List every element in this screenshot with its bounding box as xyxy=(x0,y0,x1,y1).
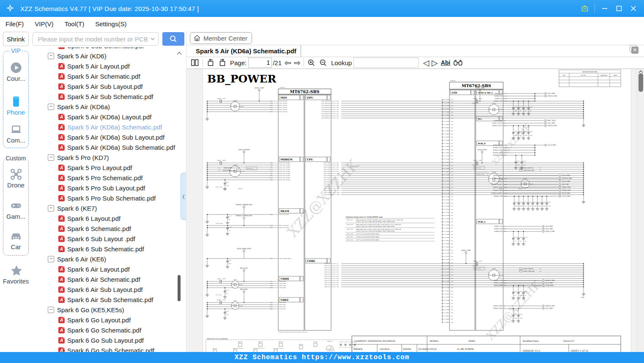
svg-text:R12: R12 xyxy=(270,283,272,284)
tree-file[interactable]: ASpark 5 Air (KD6a) Sub Layout.pdf xyxy=(32,132,186,142)
model-search-input[interactable] xyxy=(37,35,150,43)
tree-file[interactable]: ASpark 5 Air Sub Layout.pdf xyxy=(32,81,186,91)
search-button[interactable] xyxy=(162,32,184,46)
tree-file[interactable]: ASpark 6 Air Sub Schematic.pdf xyxy=(32,294,186,305)
sidebar-item-phone[interactable]: Phone xyxy=(3,95,28,116)
tree-file[interactable]: ASpark 6 Go Schematic.pdf xyxy=(32,325,186,335)
close-tab-icon[interactable]: ✕ xyxy=(631,47,639,54)
tree-file[interactable]: ASpark 5 Pro Sub Schematic.pdf xyxy=(32,193,186,203)
pdf-icon: A xyxy=(58,347,65,352)
sidebar-item-drone[interactable]: Drone xyxy=(3,168,28,189)
tree-scrollbar-thumb[interactable] xyxy=(178,275,181,301)
collapse-panel-handle[interactable]: ❮ xyxy=(181,173,186,220)
svg-text:SH1003: SH1003 xyxy=(258,341,263,343)
tree-file[interactable]: ASpark 6 Air Layout.pdf xyxy=(32,264,186,274)
find-next-icon[interactable]: ▷ xyxy=(432,58,438,68)
tree-file[interactable]: ASpark 5 Air Schematic.pdf xyxy=(32,71,186,81)
tree-file[interactable]: ASpark 5 Air Layout.pdf xyxy=(32,61,186,71)
tree-file[interactable]: ASpark 5 Pro Sub Layout.pdf xyxy=(32,183,186,193)
lookup-input[interactable] xyxy=(354,58,419,68)
tree-file[interactable]: ASpark 5 Sub Schematic.pdf xyxy=(32,47,186,51)
tree-file[interactable]: ASpark 6 Go Sub Layout.pdf xyxy=(32,335,186,345)
tree-group[interactable]: −Spark 5 Pro (KD7) xyxy=(32,152,186,162)
tree-file[interactable]: ASpark 6 Air Sub Layout.pdf xyxy=(32,284,186,294)
zoom-out-icon[interactable] xyxy=(318,58,329,68)
svg-text:A21: A21 xyxy=(447,115,449,116)
tree-file[interactable]: ASpark 5 Pro Layout.pdf xyxy=(32,162,186,173)
sidebar-item-computer[interactable]: Com... xyxy=(3,123,28,144)
tree-group[interactable]: −Spark 5 Air (KD6) xyxy=(32,51,186,61)
pdf-icon: A xyxy=(58,337,65,344)
match-case-button[interactable]: Abi xyxy=(441,59,450,66)
pdf-scrollbar-thumb[interactable] xyxy=(639,73,643,92)
page-number-input[interactable] xyxy=(248,58,272,68)
tree-scroll-up-icon[interactable] xyxy=(177,49,182,57)
svg-text:J14: J14 xyxy=(447,259,449,260)
menu-file[interactable]: File(F) xyxy=(0,17,29,30)
svg-text:VDD2: VDD2 xyxy=(280,298,288,301)
collapse-icon[interactable]: − xyxy=(48,307,54,313)
collapse-icon[interactable]: − xyxy=(48,256,54,262)
tree-file[interactable]: ASpark 5 Pro Schematic.pdf xyxy=(32,173,186,183)
close-button[interactable] xyxy=(626,3,641,14)
tree-file[interactable]: ASpark 5 Air (KD6a) Schematic.pdf xyxy=(32,122,186,132)
pdf-canvas[interactable]: XZZ@XZZHKXZZ@XZZHKXZZ@XZZHKBB_POWERU1001… xyxy=(186,69,644,352)
svg-text:H6XX: H6XX xyxy=(469,340,475,342)
tree-file[interactable]: ASpark 6 Go Sub Schematic.pdf xyxy=(32,345,186,352)
svg-text:VUSB_PMU: VUSB_PMU xyxy=(545,285,554,286)
svg-text:P11: P11 xyxy=(270,107,272,108)
svg-text:DVDD18_MSDC1: DVDD18_MSDC1 xyxy=(491,192,502,194)
svg-text:C1017: C1017 xyxy=(228,216,232,217)
maximize-button[interactable] xyxy=(612,3,626,14)
menu-settings[interactable]: Settings(S) xyxy=(90,17,132,30)
menu-tool[interactable]: Tool(T) xyxy=(59,17,90,30)
chevron-down-icon[interactable] xyxy=(150,36,156,42)
tree-group[interactable]: −Spark 5 Air (KD6a) xyxy=(32,102,186,112)
tree-file[interactable]: ASpark 5 Air Sub Schematic.pdf xyxy=(32,91,186,102)
rotate-left-icon[interactable] xyxy=(206,58,216,68)
svg-text:F6: F6 xyxy=(447,196,449,198)
tree-file[interactable]: ASpark 5 Air (KD6a) Layout.pdf xyxy=(32,112,186,122)
tree-file[interactable]: ASpark 6 Sub Schematic.pdf xyxy=(32,244,186,254)
rotate-right-icon[interactable] xyxy=(217,58,227,68)
minimize-button[interactable] xyxy=(597,3,612,14)
svg-text:DVSS: DVSS xyxy=(451,134,454,135)
svg-text:DVDD_TOP_SRAM: DVDD_TOP_SRAM xyxy=(279,227,289,228)
tree-file[interactable]: ASpark 6 Sub Layout .pdf xyxy=(32,234,186,244)
shrink-button[interactable]: Shrink xyxy=(3,32,29,46)
find-prev-icon[interactable]: ◁ xyxy=(423,58,429,68)
sidebar-item-car[interactable]: Car xyxy=(3,230,28,250)
svg-text:VA12_PMU: VA12_PMU xyxy=(547,93,556,94)
svg-text:P30: P30 xyxy=(270,105,272,106)
tree-file[interactable]: ASpark 6 Schematic.pdf xyxy=(32,223,186,234)
zoom-in-icon[interactable] xyxy=(307,58,317,68)
svg-text:M18: M18 xyxy=(447,319,449,320)
collapse-icon[interactable]: − xyxy=(48,154,54,161)
next-page-icon[interactable]: ⇨ xyxy=(294,58,301,68)
pdf-scrollbar[interactable] xyxy=(637,69,644,352)
tree-file[interactable]: ASpark 6 Go Layout.pdf xyxy=(32,315,186,325)
collapse-icon[interactable]: − xyxy=(48,104,54,110)
svg-text:VIO18_PMU: VIO18_PMU xyxy=(562,181,571,182)
collapse-icon[interactable]: − xyxy=(48,205,54,212)
member-center-button[interactable]: Member Center xyxy=(190,32,252,44)
collapse-icon[interactable]: − xyxy=(48,53,54,59)
tab-schematic-pdf[interactable]: Spark 5 Air (KD6a) Schematic.pdf xyxy=(186,45,301,57)
tree-group[interactable]: −Spark 6 Go (KE5,KE5s) xyxy=(32,305,186,315)
tree-group[interactable]: −Spark 6 Air (KE6) xyxy=(32,254,186,264)
svg-text:DVDD_VDD_MODEM: DVDD_VDD_MODEM xyxy=(279,162,290,164)
svg-text:DVDD_BPGPU7S: DVDD_BPGPU7S xyxy=(321,109,330,110)
tree-group[interactable]: −Spark 6 (KE7) xyxy=(32,203,186,213)
tree-file[interactable]: ASpark 6 Air Schematic.pdf xyxy=(32,274,186,284)
binoculars-icon[interactable] xyxy=(453,58,463,68)
sidebar-item-course[interactable]: Cour... xyxy=(3,61,28,82)
tree-file[interactable]: ASpark 5 Air (KD6a) Sub Schematic.pdf xyxy=(32,142,186,152)
tree-file[interactable]: ASpark 6 Layout.pdf xyxy=(32,213,186,223)
menu-vip[interactable]: VIP(V) xyxy=(29,17,59,30)
svg-text:AE20: AE20 xyxy=(504,184,507,185)
vip-briefcase-icon[interactable] xyxy=(578,3,592,14)
two-page-view-icon[interactable] xyxy=(190,58,200,68)
sidebar-item-favorites[interactable]: Favorites xyxy=(0,264,32,285)
sidebar-item-game[interactable]: Gam... xyxy=(3,199,28,220)
prev-page-icon[interactable]: ⇦ xyxy=(285,58,291,68)
